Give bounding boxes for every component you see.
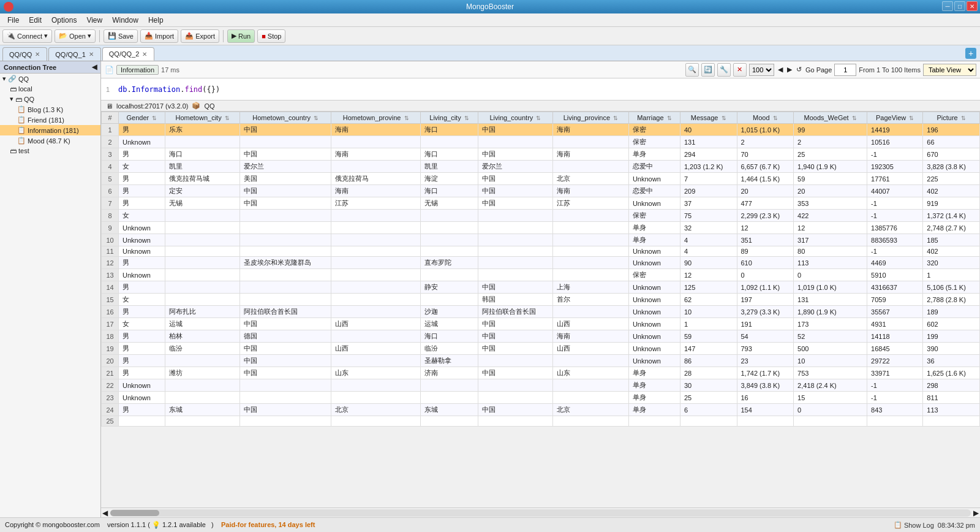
table-row[interactable]: 2Unknown保密131221051666	[102, 136, 980, 148]
scroll-track[interactable]	[110, 509, 971, 517]
save-button[interactable]: 💾 Save	[104, 29, 138, 43]
table-row[interactable]: 9Unknown单身32121213857762,748 (2.7 K)	[102, 222, 980, 234]
table-row[interactable]: 17女运城中国山西运城中国山西Unknown11911734931602	[102, 318, 980, 330]
import-button[interactable]: 📥 Import	[140, 29, 178, 43]
table-row[interactable]: 11UnknownUnknown48980-1402	[102, 246, 980, 257]
cell-hometown_country: 圣皮埃尔和米克隆群岛	[240, 257, 331, 269]
sidebar-collapse-icon[interactable]: ◀	[92, 63, 97, 71]
col-living-city[interactable]: Living_city ⇅	[421, 112, 478, 124]
tab-close-1[interactable]: ✕	[88, 51, 94, 58]
table-row[interactable]: 24男东城中国北京东城中国北京单身61540843113	[102, 404, 980, 416]
col-hometown-country[interactable]: Hometown_country ⇅	[240, 112, 331, 124]
tab-qq-qq1[interactable]: QQ/QQ_1 ✕	[48, 47, 101, 61]
tree-item-information[interactable]: 📋 Information (181)	[0, 125, 100, 135]
table-row[interactable]: 3男海口中国海南海口中国海南单身2947025-1670	[102, 148, 980, 161]
cell-moods_weget: 1,019 (1.0 K)	[794, 281, 867, 294]
col-hometown-provine[interactable]: Hometown_provine ⇅	[331, 112, 421, 124]
page-size-select[interactable]: 100 50 200	[749, 64, 774, 76]
tab-qq-qq[interactable]: QQ/QQ ✕	[2, 47, 47, 61]
window-controls: ─ □ ✕	[942, 1, 978, 11]
cell-living_province	[552, 136, 628, 148]
cell-living_city: 圣赫勒拿	[421, 355, 478, 367]
prev-page-button[interactable]: ◀	[777, 64, 784, 75]
expand-icon-qq: ▾	[10, 95, 13, 103]
table-row[interactable]: 13Unknown保密120059101	[102, 269, 980, 281]
page-number-input[interactable]	[834, 64, 856, 76]
cell-living_city: 无锡	[421, 197, 478, 210]
col-marriage[interactable]: Marriage ⇅	[628, 112, 680, 124]
tree-item-test[interactable]: 🗃 test	[0, 146, 100, 156]
table-row[interactable]: 5男俄克拉荷马城美国俄克拉荷马海淀中国北京Unknown71,464 (1.5 …	[102, 173, 980, 185]
table-row[interactable]: 25	[102, 416, 980, 427]
run-button[interactable]: ▶ Run	[227, 29, 255, 43]
col-mood[interactable]: Mood ⇅	[737, 112, 794, 124]
cell-living_country	[478, 416, 552, 427]
tab-close-0[interactable]: ✕	[34, 51, 40, 58]
table-row[interactable]: 1男乐东中国海南海口中国海南保密401,015 (1.0 K)991441919…	[102, 124, 980, 136]
table-row[interactable]: 18男柏林德国海口中国海南Unknown59545214118199	[102, 330, 980, 343]
tree-item-friend[interactable]: 📋 Friend (181)	[0, 115, 100, 125]
col-message[interactable]: Message ⇅	[680, 112, 737, 124]
scroll-thumb[interactable]	[110, 510, 159, 516]
table-row[interactable]: 4女凯里爱尔兰凯里爱尔兰恋爱中1,203 (1.2 K)6,657 (6.7 K…	[102, 161, 980, 173]
filter-button[interactable]: 🔧	[717, 63, 731, 77]
scroll-left-btn[interactable]: ◀	[102, 509, 108, 517]
scroll-right-btn[interactable]: ▶	[973, 509, 979, 517]
col-living-country[interactable]: Living_country ⇅	[478, 112, 552, 124]
col-moods-weget[interactable]: Moods_WeGet ⇅	[794, 112, 867, 124]
menu-window[interactable]: Window	[107, 15, 143, 26]
collection-icon-blog: 📋	[17, 105, 26, 113]
table-area[interactable]: # Gender ⇅ Hometown_city ⇅ Hometown_coun…	[101, 112, 980, 507]
table-row[interactable]: 14男静安中国上海Unknown1251,092 (1.1 K)1,019 (1…	[102, 281, 980, 294]
tab-close-2[interactable]: ✕	[141, 51, 148, 58]
add-tab-button[interactable]: +	[965, 48, 976, 59]
show-log-button[interactable]: 📋 Show Log	[894, 521, 934, 529]
horizontal-scrollbar[interactable]: ◀ ▶	[101, 507, 980, 517]
table-row[interactable]: 23Unknown单身251615-1811	[102, 392, 980, 404]
export-button[interactable]: 📤 Export	[181, 29, 219, 43]
cell-hometown_country: 爱尔兰	[240, 161, 331, 173]
menu-help[interactable]: Help	[143, 15, 168, 26]
minimize-button[interactable]: ─	[942, 1, 953, 11]
menu-options[interactable]: Options	[47, 15, 81, 26]
table-row[interactable]: 10Unknown单身43513178836593185	[102, 234, 980, 246]
col-pageview[interactable]: PageView ⇅	[867, 112, 923, 124]
tree-item-mood[interactable]: 📋 Mood (48.7 K)	[0, 135, 100, 146]
cell-moods_weget: 353	[794, 197, 867, 210]
search-button[interactable]: 🔍	[685, 63, 699, 77]
query-editor: 1 db.Information.find({})	[101, 78, 980, 101]
table-row[interactable]: 7男无锡中国江苏无锡中国江苏Unknown37477353-1919	[102, 197, 980, 210]
menu-edit[interactable]: Edit	[24, 15, 47, 26]
col-gender[interactable]: Gender ⇅	[119, 112, 165, 124]
stop-button[interactable]: ■ Stop	[257, 29, 285, 43]
col-living-province[interactable]: Living_province ⇅	[552, 112, 628, 124]
delete-button[interactable]: ✕	[733, 63, 747, 77]
tab-qq-qq2[interactable]: QQ/QQ_2 ✕	[102, 47, 155, 61]
tree-item-blog[interactable]: 📋 Blog (1.3 K)	[0, 104, 100, 115]
table-row[interactable]: 16男阿布扎比阿拉伯联合首长国沙迦阿拉伯联合首长国Unknown103,279 …	[102, 306, 980, 318]
tree-item-local[interactable]: 🗃 local	[0, 84, 100, 94]
menu-view[interactable]: View	[81, 15, 107, 26]
table-row[interactable]: 8女保密752,299 (2.3 K)422-11,372 (1.4 K)	[102, 210, 980, 222]
view-mode-select[interactable]: Table View Tree View JSON View	[923, 64, 976, 76]
menu-file[interactable]: File	[2, 15, 24, 26]
col-hometown-city[interactable]: Hometown_city ⇅	[165, 112, 239, 124]
table-row[interactable]: 12男圣皮埃尔和米克隆群岛直布罗陀Unknown906101134469320	[102, 257, 980, 269]
table-row[interactable]: 6男定安中国海南海口中国海南恋爱中209202044007402	[102, 185, 980, 197]
connect-button[interactable]: 🔌 Connect ▾	[2, 29, 52, 43]
table-row[interactable]: 15女韩国首尔Unknown6219713170592,788 (2.8 K)	[102, 294, 980, 306]
col-picture[interactable]: Picture ⇅	[923, 112, 980, 124]
tree-item-qq-db[interactable]: ▾ 🗃 QQ	[0, 94, 100, 104]
close-button[interactable]: ✕	[967, 1, 978, 11]
reload-button[interactable]: ↺	[795, 64, 803, 75]
tree-item-qq-connection[interactable]: ▾ 🔗 QQ	[0, 74, 100, 84]
table-row[interactable]: 21男潍坊中国山东济南中国山东单身281,742 (1.7 K)75333971…	[102, 367, 980, 379]
table-row[interactable]: 19男临汾中国山西临汾中国山西Unknown14779350016845390	[102, 343, 980, 355]
table-row[interactable]: 22Unknown单身303,849 (3.8 K)2,418 (2.4 K)-…	[102, 379, 980, 392]
query-code[interactable]: db.Information.find({})	[118, 85, 220, 94]
refresh-button[interactable]: 🔄	[701, 63, 715, 77]
open-button[interactable]: 📂 Open ▾	[55, 29, 96, 43]
next-page-button[interactable]: ▶	[786, 64, 793, 75]
table-row[interactable]: 20男中国圣赫勒拿Unknown8623102972236	[102, 355, 980, 367]
maximize-button[interactable]: □	[954, 1, 965, 11]
